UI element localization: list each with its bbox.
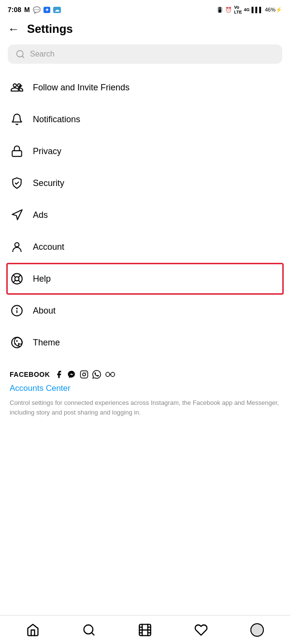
settings-item-privacy[interactable]: Privacy — [8, 135, 282, 167]
theme-label: Theme — [33, 338, 60, 348]
alarm-icon: ⏰ — [225, 7, 232, 13]
vibrate-icon: 📳 — [217, 7, 223, 13]
person-circle-icon — [10, 240, 24, 254]
page-title: Settings — [27, 22, 73, 36]
settings-header: ← Settings — [0, 17, 290, 41]
extra-icon2: ☁ — [53, 7, 61, 13]
svg-point-17 — [16, 340, 17, 342]
search-container: Search — [8, 44, 282, 64]
whatsapp-brand-icon — [92, 370, 101, 379]
signal-bars-icon: ▌▌▌ — [252, 7, 263, 13]
bottom-nav — [0, 615, 290, 644]
facebook-header: FACEBOOK — [10, 370, 280, 379]
svg-line-1 — [22, 56, 24, 58]
settings-item-security[interactable]: Security — [8, 167, 282, 199]
svg-line-9 — [18, 275, 20, 277]
facebook-section: FACEBOOK — [0, 358, 290, 421]
megaphone-icon — [10, 208, 24, 222]
nav-profile[interactable] — [229, 615, 285, 644]
nav-search[interactable] — [61, 615, 117, 644]
palette-icon — [10, 335, 24, 350]
ads-label: Ads — [33, 210, 48, 220]
home-icon — [26, 623, 40, 637]
help-label: Help — [33, 274, 51, 284]
svg-line-7 — [18, 280, 21, 283]
nav-home[interactable] — [5, 615, 61, 644]
settings-item-about[interactable]: About — [8, 295, 282, 327]
back-button[interactable]: ← — [8, 22, 19, 36]
bell-icon — [10, 112, 24, 127]
status-bar: 7:08 M 💬 ✦ ☁ 📳 ⏰ VoLTE 4G ▌▌▌ 46%⚡ — [0, 0, 290, 17]
lifebuoy-icon — [10, 272, 24, 286]
settings-item-theme[interactable]: Theme — [8, 327, 282, 358]
about-label: About — [33, 306, 56, 316]
search-nav-icon — [82, 623, 96, 637]
facebook-icons — [55, 370, 116, 379]
svg-point-19 — [83, 373, 86, 376]
settings-item-help[interactable]: Help — [6, 263, 284, 295]
volte-icon: VoLTE — [234, 5, 242, 14]
gmail-icon: M — [24, 6, 30, 14]
security-label: Security — [33, 178, 64, 188]
instagram-brand-icon — [80, 370, 88, 379]
nav-reels[interactable] — [117, 615, 173, 644]
follow-invite-label: Follow and Invite Friends — [33, 83, 130, 93]
status-time: 7:08 — [8, 6, 21, 14]
settings-item-account[interactable]: Account — [8, 231, 282, 263]
svg-point-21 — [106, 372, 110, 377]
svg-rect-2 — [12, 151, 22, 157]
settings-list: Follow and Invite Friends Notifications … — [0, 72, 290, 358]
messenger-brand-icon — [67, 370, 76, 379]
nav-activity[interactable] — [173, 615, 229, 644]
search-icon — [15, 49, 25, 59]
svg-point-22 — [111, 372, 115, 377]
privacy-label: Privacy — [33, 146, 61, 157]
lock-icon — [10, 144, 24, 158]
reels-icon — [138, 623, 152, 637]
search-bar[interactable]: Search — [8, 44, 282, 64]
svg-line-6 — [13, 275, 15, 277]
whatsapp-icon: 💬 — [33, 6, 41, 14]
notifications-label: Notifications — [33, 114, 80, 125]
settings-item-ads[interactable]: Ads — [8, 199, 282, 231]
person-add-icon — [10, 80, 24, 95]
facebook-brand-icon — [55, 370, 63, 379]
accounts-center-link[interactable]: Accounts Center — [10, 384, 280, 393]
settings-item-follow-invite[interactable]: Follow and Invite Friends — [8, 72, 282, 103]
battery-icon: 46%⚡ — [265, 7, 282, 13]
svg-point-3 — [15, 243, 19, 247]
search-placeholder: Search — [30, 50, 55, 58]
profile-avatar — [250, 623, 264, 637]
svg-line-25 — [91, 632, 94, 635]
heart-icon — [194, 623, 208, 637]
svg-rect-18 — [81, 371, 88, 378]
extra-icon1: ✦ — [44, 7, 50, 13]
meta-brand-icon — [105, 370, 116, 379]
settings-item-notifications[interactable]: Notifications — [8, 103, 282, 135]
facebook-label: FACEBOOK — [10, 371, 50, 378]
signal-4g-icon: 4G — [244, 7, 250, 12]
svg-point-20 — [86, 372, 87, 373]
info-circle-icon — [10, 303, 24, 318]
account-label: Account — [33, 242, 64, 252]
shield-check-icon — [10, 176, 24, 190]
accounts-center-description: Control settings for connected experienc… — [10, 398, 280, 417]
svg-line-10 — [13, 280, 15, 283]
status-right: 📳 ⏰ VoLTE 4G ▌▌▌ 46%⚡ — [217, 5, 282, 14]
